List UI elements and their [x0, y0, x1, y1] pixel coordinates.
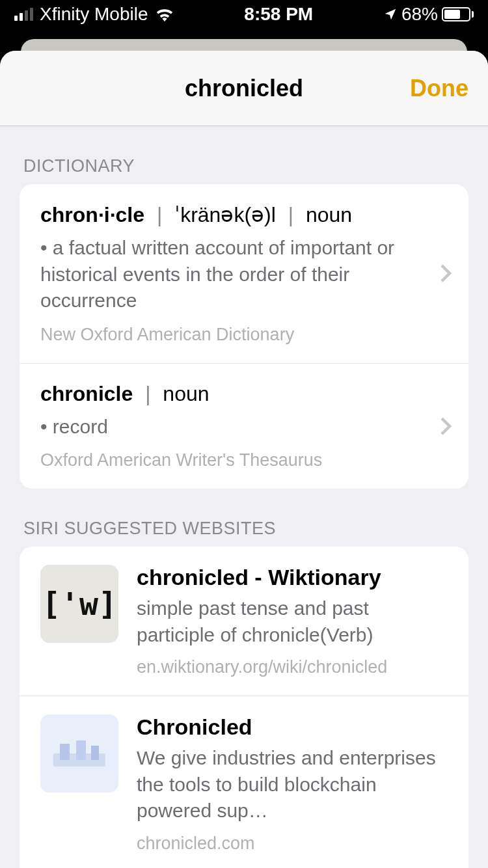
- website-description: We give industries and enterprises the t…: [137, 745, 448, 824]
- dictionary-card: chron·i·cle | ˈkränək(ə)l | noun • a fac…: [20, 184, 468, 489]
- website-description: simple past tense and past participle of…: [137, 595, 448, 648]
- svg-rect-1: [60, 744, 70, 760]
- svg-rect-3: [91, 746, 99, 760]
- battery-label: 68%: [401, 4, 438, 25]
- website-title: chronicled - Wiktionary: [137, 565, 448, 590]
- pronunciation: ˈkränək(ə)l: [174, 203, 276, 226]
- siri-section-header: SIRI SUGGESTED WEBSITES: [0, 489, 488, 547]
- svg-rect-2: [76, 740, 86, 760]
- dictionary-section-header: DICTIONARY: [0, 126, 488, 184]
- word-line: chronicle | noun: [40, 382, 415, 406]
- word: chronicle: [40, 382, 133, 405]
- definition: • record: [40, 414, 415, 441]
- signal-bars-icon: [14, 8, 33, 21]
- time-label: 8:58 PM: [244, 4, 313, 25]
- carrier-label: Xfinity Mobile: [40, 4, 148, 25]
- website-url: en.wiktionary.org/wiki/chronicled: [137, 657, 448, 677]
- dictionary-source: Oxford American Writer's Thesaurus: [40, 450, 415, 470]
- battery-icon: [442, 7, 474, 21]
- dictionary-entry[interactable]: chron·i·cle | ˈkränək(ə)l | noun • a fac…: [20, 184, 468, 364]
- website-thumb: ['w]: [40, 565, 118, 643]
- website-url: chronicled.com: [137, 834, 448, 854]
- website-title: Chronicled: [137, 714, 448, 740]
- website-entry[interactable]: Chronicled We give industries and enterp…: [20, 696, 468, 868]
- status-bar: Xfinity Mobile 8:58 PM 68%: [0, 0, 488, 29]
- part-of-speech: noun: [163, 382, 209, 405]
- definition: • a factual written account of important…: [40, 235, 415, 314]
- dictionary-entry[interactable]: chronicle | noun • record Oxford America…: [20, 364, 468, 489]
- word-line: chron·i·cle | ˈkränək(ə)l | noun: [40, 202, 415, 227]
- word: chron·i·cle: [40, 203, 144, 226]
- chevron-right-icon: [440, 264, 452, 283]
- part-of-speech: noun: [306, 203, 352, 226]
- website-thumb: [40, 714, 118, 793]
- status-left: Xfinity Mobile: [14, 4, 174, 25]
- dictionary-source: New Oxford American Dictionary: [40, 325, 415, 345]
- chevron-right-icon: [440, 416, 452, 436]
- location-icon: [383, 7, 398, 21]
- lookup-sheet: chronicled Done DICTIONARY chron·i·cle |…: [0, 51, 488, 868]
- page-title: chronicled: [185, 75, 303, 102]
- done-button[interactable]: Done: [410, 75, 468, 102]
- wifi-icon: [155, 7, 174, 21]
- status-right: 68%: [383, 4, 474, 25]
- website-entry[interactable]: ['w] chronicled - Wiktionary simple past…: [20, 547, 468, 696]
- content-scroll[interactable]: DICTIONARY chron·i·cle | ˈkränək(ə)l | n…: [0, 126, 488, 868]
- sheet-header: chronicled Done: [0, 51, 488, 126]
- websites-card: ['w] chronicled - Wiktionary simple past…: [20, 547, 468, 868]
